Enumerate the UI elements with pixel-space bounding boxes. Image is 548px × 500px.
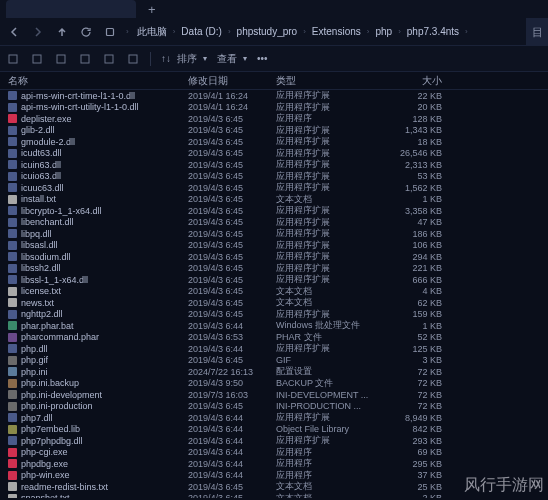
file-row[interactable]: php-win.exe2019/4/3 6:44应用程序37 KB	[0, 470, 548, 482]
file-size: 62 KB	[386, 298, 442, 308]
file-icon	[8, 402, 17, 411]
file-icon	[8, 494, 17, 498]
back-icon[interactable]	[6, 24, 22, 40]
breadcrumb[interactable]: 此电脑 › Data (D:) › phpstudy_pro › Extensi…	[137, 25, 542, 39]
breadcrumb-item[interactable]: php7.3.4nts	[407, 26, 459, 37]
sort-button[interactable]: ↑↓ 排序 ▾	[161, 52, 207, 66]
file-row[interactable]: readme-redist-bins.txt2019/4/3 6:45文本文档2…	[0, 481, 548, 493]
file-row[interactable]: php.ini2024/7/22 16:13配置设置72 KB	[0, 366, 548, 378]
file-row[interactable]: php7embed.lib2019/4/3 6:44Object File Li…	[0, 424, 548, 436]
file-row[interactable]: icuuc63.dll2019/4/3 6:45应用程序扩展1,562 KB	[0, 182, 548, 194]
file-row[interactable]: php-cgi.exe2019/4/3 6:44应用程序69 KB	[0, 447, 548, 459]
file-row[interactable]: icudt63.dll2019/4/3 6:45应用程序扩展26,546 KB	[0, 148, 548, 160]
file-name: deplister.exe	[21, 114, 72, 124]
home-icon[interactable]	[102, 24, 118, 40]
search-toggle[interactable]: 目	[526, 18, 548, 46]
file-name: php.ini	[21, 367, 48, 377]
window-tab[interactable]	[6, 0, 136, 18]
rename-icon[interactable]	[102, 52, 116, 66]
file-row[interactable]: phpdbg.exe2019/4/3 6:44应用程序295 KB	[0, 458, 548, 470]
file-size: 52 KB	[386, 332, 442, 342]
file-row[interactable]: libsasl.dll2019/4/3 6:45应用程序扩展106 KB	[0, 240, 548, 252]
more-button[interactable]: •••	[257, 53, 268, 64]
file-date: 2019/4/3 6:44	[188, 413, 276, 423]
file-row[interactable]: libsodium.dll2019/4/3 6:45应用程序扩展294 KB	[0, 251, 548, 263]
new-tab-button[interactable]: +	[144, 2, 160, 17]
file-row[interactable]: libssh2.dll2019/4/3 6:45应用程序扩展221 KB	[0, 263, 548, 275]
breadcrumb-item[interactable]: 此电脑	[137, 25, 167, 39]
breadcrumb-item[interactable]: Data (D:)	[181, 26, 222, 37]
file-name: gmodule-2.dll	[21, 137, 75, 147]
file-date: 2019/4/3 6:45	[188, 401, 276, 411]
file-icon	[8, 206, 17, 215]
file-name: snapshot.txt	[21, 493, 70, 498]
file-row[interactable]: php.ini-production2019/4/3 6:45INI-PRODU…	[0, 401, 548, 413]
file-row[interactable]: php.dll2019/4/3 6:44应用程序扩展125 KB	[0, 343, 548, 355]
file-icon	[8, 126, 17, 135]
file-row[interactable]: php.gif2019/4/3 6:45GIF3 KB	[0, 355, 548, 367]
file-row[interactable]: icuin63.dll2019/4/3 6:45应用程序扩展2,313 KB	[0, 159, 548, 171]
file-date: 2019/4/1 16:24	[188, 91, 276, 101]
file-name: libssh2.dll	[21, 263, 61, 273]
paste-icon[interactable]	[78, 52, 92, 66]
column-date[interactable]: 修改日期	[188, 74, 276, 88]
file-date: 2019/4/3 6:53	[188, 332, 276, 342]
file-date: 2024/7/22 16:13	[188, 367, 276, 377]
file-date: 2019/4/3 6:44	[188, 447, 276, 457]
file-row[interactable]: php7.dll2019/4/3 6:44应用程序扩展8,949 KB	[0, 412, 548, 424]
refresh-icon[interactable]	[78, 24, 94, 40]
breadcrumb-item[interactable]: php	[375, 26, 392, 37]
file-name: license.txt	[21, 286, 61, 296]
file-date: 2019/4/3 6:45	[188, 171, 276, 181]
file-list[interactable]: api-ms-win-crt-time-l1-1-0.dll2019/4/1 1…	[0, 90, 548, 498]
file-size: 106 KB	[386, 240, 442, 250]
file-icon	[8, 471, 17, 480]
file-icon	[8, 367, 17, 376]
file-row[interactable]: snapshot.txt2019/4/3 6:45文本文档2 KB	[0, 493, 548, 499]
file-row[interactable]: nghttp2.dll2019/4/3 6:45应用程序扩展159 KB	[0, 309, 548, 321]
copy-icon[interactable]	[54, 52, 68, 66]
file-date: 2019/4/3 6:44	[188, 321, 276, 331]
file-row[interactable]: gmodule-2.dll2019/4/3 6:45应用程序扩展18 KB	[0, 136, 548, 148]
file-row[interactable]: pharcommand.phar2019/4/3 6:53PHAR 文件52 K…	[0, 332, 548, 344]
file-icon	[8, 218, 17, 227]
breadcrumb-item[interactable]: phpstudy_pro	[237, 26, 298, 37]
file-size: 125 KB	[386, 344, 442, 354]
file-row[interactable]: glib-2.dll2019/4/3 6:45应用程序扩展1,343 KB	[0, 125, 548, 137]
forward-icon[interactable]	[30, 24, 46, 40]
new-item-icon[interactable]	[6, 52, 20, 66]
file-size: 1,343 KB	[386, 125, 442, 135]
file-row[interactable]: libcrypto-1_1-x64.dll2019/4/3 6:45应用程序扩展…	[0, 205, 548, 217]
chevron-right-icon: ›	[367, 27, 370, 36]
column-size[interactable]: 大小	[386, 74, 442, 88]
file-row[interactable]: libpq.dll2019/4/3 6:45应用程序扩展186 KB	[0, 228, 548, 240]
column-type[interactable]: 类型	[276, 74, 386, 88]
view-button[interactable]: 查看 ▾	[217, 52, 247, 66]
up-icon[interactable]	[54, 24, 70, 40]
file-icon	[8, 114, 17, 123]
file-row[interactable]: phar.phar.bat2019/4/3 6:44Windows 批处理文件1…	[0, 320, 548, 332]
file-row[interactable]: php7phpdbg.dll2019/4/3 6:44应用程序扩展293 KB	[0, 435, 548, 447]
file-row[interactable]: php.ini-development2019/7/3 16:03INI-DEV…	[0, 389, 548, 401]
file-row[interactable]: api-ms-win-crt-time-l1-1-0.dll2019/4/1 1…	[0, 90, 548, 102]
file-row[interactable]: libssl-1_1-x64.dll2019/4/3 6:45应用程序扩展666…	[0, 274, 548, 286]
file-row[interactable]: license.txt2019/4/3 6:45文本文档4 KB	[0, 286, 548, 298]
file-size: 159 KB	[386, 309, 442, 319]
file-date: 2019/4/3 6:45	[188, 493, 276, 498]
file-row[interactable]: deplister.exe2019/4/3 6:45应用程序128 KB	[0, 113, 548, 125]
file-row[interactable]: news.txt2019/4/3 6:45文本文档62 KB	[0, 297, 548, 309]
file-name: libssl-1_1-x64.dll	[21, 275, 88, 285]
breadcrumb-item[interactable]: Extensions	[312, 26, 361, 37]
file-icon	[8, 298, 17, 307]
cut-icon[interactable]	[30, 52, 44, 66]
file-row[interactable]: icuio63.dll2019/4/3 6:45应用程序扩展53 KB	[0, 171, 548, 183]
file-row[interactable]: libenchant.dll2019/4/3 6:45应用程序扩展47 KB	[0, 217, 548, 229]
file-type: 应用程序扩展	[276, 411, 386, 424]
file-row[interactable]: install.txt2019/4/3 6:45文本文档1 KB	[0, 194, 548, 206]
file-type: GIF	[276, 355, 386, 365]
column-name[interactable]: 名称	[8, 74, 188, 88]
file-icon	[8, 321, 17, 330]
file-row[interactable]: php.ini.backup2019/4/3 9:50BACKUP 文件72 K…	[0, 378, 548, 390]
file-row[interactable]: api-ms-win-crt-utility-l1-1-0.dll2019/4/…	[0, 102, 548, 114]
delete-icon[interactable]	[126, 52, 140, 66]
